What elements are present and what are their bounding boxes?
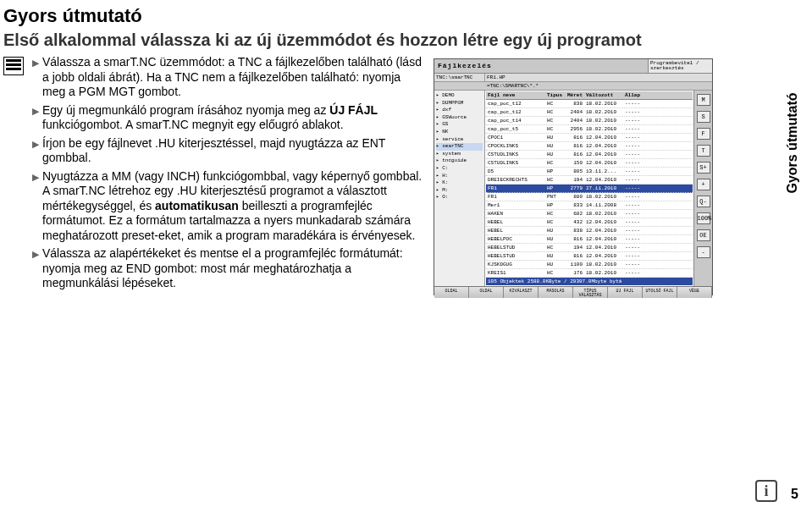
page-number: 5 xyxy=(791,487,798,502)
side-button[interactable]: 100% xyxy=(697,212,710,224)
list-header: Fájl neve Típus Méret Változott Állap xyxy=(486,91,693,100)
bullet-5: ▶ Válassza az alapértékeket és mentse el… xyxy=(32,246,425,291)
file-row[interactable]: HEBELSTUDHC19412.04.2010----- xyxy=(486,244,693,252)
softkey[interactable]: TÍPUS VÁLASZTÁS xyxy=(573,287,608,298)
tree-item[interactable]: ▸ dxf xyxy=(436,107,483,114)
side-button[interactable]: + xyxy=(697,179,710,190)
t: funkciógombot. A smarT.NC megnyit egy el… xyxy=(42,118,344,131)
file-row[interactable]: HAKENHC68218.02.2010----- xyxy=(486,210,693,218)
bullet-marker-icon: ▶ xyxy=(32,169,42,184)
col-size: Méret xyxy=(562,91,584,99)
file-row[interactable]: cap_poc_t12HC240418.02.2010----- xyxy=(486,108,693,117)
file-row[interactable]: cap_poc_t5HC295618.02.2010----- xyxy=(486,125,693,134)
file-row[interactable]: CSTUDLINKSHU81612.04.2010----- xyxy=(486,151,693,159)
file-row[interactable]: HEBELHC43212.04.2010----- xyxy=(486,218,693,227)
softkey[interactable]: KIVÁLASZT xyxy=(504,287,539,298)
screenshot-column: Fájlkezelés Programbevitel / szerkesztés… xyxy=(425,55,713,295)
path-right: FR1.HP xyxy=(485,74,712,81)
instruction-list: ▶ Válassza a smarT.NC üzemmódot: a TNC a… xyxy=(27,55,425,295)
file-list[interactable]: Fájl neve Típus Méret Változott Állap ca… xyxy=(485,91,693,286)
side-button[interactable]: M xyxy=(697,94,710,106)
folder-tree[interactable]: ▸ DEMO▸ DUMPPGM▸ dxf▸ GSWource▸ GS▸ NK▸ … xyxy=(434,91,485,286)
page-title: Gyors útmutató xyxy=(0,0,812,29)
tree-item[interactable]: ▸ O: xyxy=(436,194,483,201)
side-buttons[interactable]: MSFTS++Q-100%OE- xyxy=(693,91,712,286)
bullet-4: ▶ Nyugtázza a MM (vagy INCH) funkciógomb… xyxy=(32,169,425,244)
bullet-text: Válassza a smarT.NC üzemmódot: a TNC a f… xyxy=(42,55,425,100)
tree-item[interactable]: ▸ GSWource xyxy=(436,114,483,122)
bullet-text: Írjon be egy fájlnevet .HU kiterjesztéss… xyxy=(42,136,425,166)
side-button[interactable]: OE xyxy=(697,229,710,241)
softkey-bar[interactable]: OLDALOLDALKIVÁLASZTMÁSOLÁSTÍPUS VÁLASZTÁ… xyxy=(434,286,712,298)
softkey[interactable]: OLDAL xyxy=(434,287,469,298)
tree-item[interactable]: ▸ M: xyxy=(436,187,483,195)
softkey[interactable]: UTOLSÓ FÁJL xyxy=(643,287,677,298)
file-row[interactable]: D5HP80513.11.2...----- xyxy=(486,168,693,176)
bullet-3: ▶ Írjon be egy fájlnevet .HU kiterjeszté… xyxy=(32,136,425,166)
file-row[interactable]: cap_poc_t14HC240418.02.2010----- xyxy=(486,117,693,125)
tree-item[interactable]: ▸ GS xyxy=(436,121,483,129)
tree-item[interactable]: ▸ K: xyxy=(436,179,483,187)
tree-item[interactable]: ▸ NK xyxy=(436,129,483,136)
side-button[interactable]: S+ xyxy=(697,162,710,174)
col-name: Fájl neve xyxy=(486,91,545,99)
file-row[interactable]: FR1PNT88018.02.2010----- xyxy=(486,193,693,201)
t-bold: automatikusan xyxy=(155,199,239,212)
file-row[interactable]: CPOC1HU81612.04.2010----- xyxy=(486,134,693,142)
info-icon: i xyxy=(755,480,777,502)
bullet-marker-icon: ▶ xyxy=(32,55,42,69)
col-date: Változott xyxy=(584,91,623,99)
side-button[interactable]: F xyxy=(697,128,710,140)
mode-panel: Programbevitel / szerkesztés xyxy=(648,59,712,73)
bullet-text: Válassza az alapértékeket és mentse el a… xyxy=(42,246,425,291)
bullet-1: ▶ Válassza a smarT.NC üzemmódot: a TNC a… xyxy=(32,55,425,100)
file-row[interactable]: Mer1HP83314.11.2008----- xyxy=(486,201,693,210)
col-status: Állap xyxy=(623,91,693,99)
tree-item[interactable]: ▸ service xyxy=(436,136,483,144)
side-button[interactable]: T xyxy=(697,145,710,157)
side-button[interactable]: - xyxy=(697,246,710,258)
margin-tab-label: Gyors útmutató xyxy=(784,92,799,193)
tree-item[interactable]: ▸ DEMO xyxy=(436,92,483,100)
tree-item[interactable]: ▸ system xyxy=(436,151,483,158)
softkey[interactable]: VÉGE xyxy=(677,287,712,298)
bullet-marker-icon: ▶ xyxy=(32,136,42,151)
tree-item[interactable]: ▸ tncguide xyxy=(436,157,483,165)
tab-strip: =TNC:\SMARTNC\*.* xyxy=(434,82,712,91)
side-button[interactable]: S xyxy=(697,111,710,123)
bullet-2: ▶ Egy új megmunkáló program írásához nyo… xyxy=(32,103,425,133)
bullet-text: Nyugtázza a MM (vagy INCH) funkciógombba… xyxy=(42,169,425,244)
t: Egy új megmunkáló program írásához nyomj… xyxy=(42,103,329,117)
menu-icon xyxy=(3,57,24,75)
file-row[interactable]: HEBELHU83812.04.2010----- xyxy=(486,227,693,235)
bullet-marker-icon: ▶ xyxy=(32,246,42,261)
file-row[interactable]: cap_poc_t12HC83818.02.2010----- xyxy=(486,100,693,108)
file-row[interactable]: HEBELSTUDHU81612.04.2010----- xyxy=(486,252,693,261)
window-title: Fájlkezelés xyxy=(434,59,648,73)
file-row[interactable]: CSTUDLINKSHC15012.04.2010----- xyxy=(486,159,693,168)
tree-item[interactable]: ▸ C: xyxy=(436,165,483,173)
file-row[interactable]: KREIS1HC17618.02.2010----- xyxy=(486,269,693,278)
file-row[interactable]: HEBELPOCHU81612.04.2010----- xyxy=(486,235,693,244)
tree-item[interactable]: ▸ DUMPPGM xyxy=(436,100,483,107)
softkey[interactable]: ÚJ FÁJL xyxy=(608,287,643,298)
file-row[interactable]: CPOCKLINKSHU81612.04.2010----- xyxy=(486,142,693,151)
tree-item[interactable]: ▸ smarTNC xyxy=(436,143,483,151)
file-row[interactable]: FR1HP277927.11.2010----- xyxy=(486,185,693,193)
t-bold: ÚJ FÁJL xyxy=(329,103,378,117)
file-manager-screenshot: Fájlkezelés Programbevitel / szerkesztés… xyxy=(434,58,713,295)
softkey[interactable]: MÁSOLÁS xyxy=(539,287,573,298)
col-type: Típus xyxy=(545,91,562,99)
bullet-marker-icon: ▶ xyxy=(32,103,42,118)
bullet-text: Egy új megmunkáló program írásához nyomj… xyxy=(42,103,425,133)
file-row[interactable]: DREIECKRECHTSHC19412.04.2010----- xyxy=(486,176,693,185)
tree-item[interactable]: ▸ H: xyxy=(436,173,483,180)
status-bar: 105 Objektek 2588.0KByte / 29397.0Mbyte … xyxy=(486,278,693,285)
page-subtitle: Első alkalommal válassza ki az új üzemmó… xyxy=(0,29,812,55)
softkey[interactable]: OLDAL xyxy=(469,287,504,298)
file-row[interactable]: KJSKDGUGHU110018.02.2010----- xyxy=(486,261,693,269)
path-left: TNC:\smarTNC xyxy=(434,74,485,81)
side-button[interactable]: Q- xyxy=(697,196,710,207)
mode-icon-column xyxy=(3,55,27,75)
